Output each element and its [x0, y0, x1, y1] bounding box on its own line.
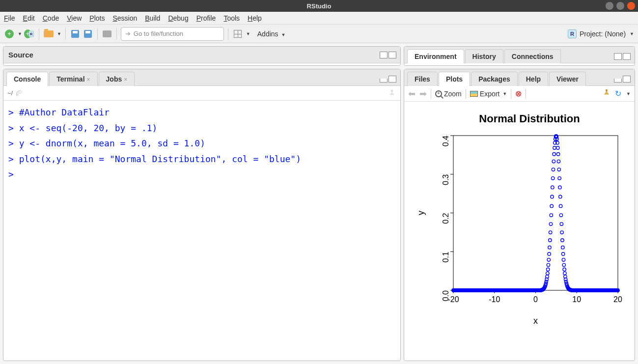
tab-environment[interactable]: Environment	[407, 49, 464, 63]
toolbar-separator	[116, 28, 117, 40]
window-minimize-button[interactable]	[606, 2, 613, 10]
menu-edit[interactable]: Edit	[23, 14, 35, 22]
files-plots-tabs: FilesPlotsPackagesHelpViewer	[404, 69, 635, 86]
source-pane: Source	[3, 46, 401, 66]
menu-plots[interactable]: Plots	[89, 14, 105, 22]
console-line: > y <- dnorm(x, mean = 5.0, sd = 1.0)	[8, 136, 395, 151]
goto-file-function-input[interactable]: ➔ Go to file/function	[121, 27, 224, 41]
plot-export-button[interactable]: Export ▼	[470, 90, 507, 98]
main-toolbar: + ▼ +R ▼ ➔ Go to file/function ▼ Addins …	[0, 25, 638, 43]
new-file-dropdown[interactable]: ▼	[18, 31, 22, 36]
save-button[interactable]	[70, 28, 81, 39]
project-dropdown-icon: ▼	[630, 31, 634, 36]
addins-menu[interactable]: Addins ▼	[257, 30, 286, 38]
y-tick-label: 0.4	[442, 136, 450, 146]
toolbar-separator	[65, 28, 66, 40]
source-pane-title: Source	[8, 51, 33, 59]
tab-files[interactable]: Files	[407, 72, 438, 86]
data-point	[561, 246, 564, 249]
window-maximize-button[interactable]	[616, 2, 624, 10]
open-file-button[interactable]	[43, 28, 54, 39]
menubar: File Edit Code View Plots Session Build …	[0, 12, 638, 25]
source-maximize-icon[interactable]	[388, 52, 396, 58]
new-file-button[interactable]: +	[4, 28, 15, 39]
window-close-button[interactable]	[627, 2, 635, 10]
x-tick-label: 10	[572, 295, 581, 304]
tab-viewer[interactable]: Viewer	[549, 72, 586, 86]
plot-next-button[interactable]: ➡	[419, 88, 427, 99]
plot-refresh-button[interactable]: ↻	[615, 89, 621, 98]
tab-help[interactable]: Help	[519, 72, 548, 86]
menu-build[interactable]: Build	[145, 14, 160, 22]
env-maximize-icon[interactable]	[623, 53, 631, 60]
env-minimize-icon[interactable]	[614, 53, 622, 60]
data-point	[560, 223, 563, 225]
data-point	[560, 231, 563, 234]
new-project-button[interactable]: +R	[24, 28, 35, 39]
data-point	[558, 186, 561, 189]
x-tick-label: -10	[489, 295, 500, 304]
plot-clear-all-icon[interactable]	[602, 88, 611, 99]
data-point	[547, 263, 550, 266]
menu-file[interactable]: File	[4, 14, 15, 22]
menu-profile[interactable]: Profile	[196, 14, 216, 22]
data-point	[546, 272, 549, 275]
toolbar-separator	[97, 28, 98, 40]
tab-console[interactable]: Console	[6, 72, 48, 86]
console-minimize-icon[interactable]	[380, 79, 388, 83]
menu-tools[interactable]: Tools	[223, 14, 240, 22]
console-share-icon[interactable]: ⮳	[16, 89, 22, 97]
plot-remove-button[interactable]: ⊗	[515, 89, 522, 98]
tab-jobs[interactable]: Jobs×	[99, 72, 135, 86]
save-all-button[interactable]	[83, 28, 93, 39]
console-output[interactable]: > #Author DataFlair> x <- seq(-20, 20, b…	[3, 101, 400, 361]
workspace-panes-dropdown[interactable]: ▼	[246, 31, 250, 36]
clear-console-icon[interactable]	[388, 89, 396, 98]
tab-connections[interactable]: Connections	[504, 49, 561, 63]
data-point	[552, 168, 555, 171]
data-point	[563, 272, 566, 275]
x-axis-label: x	[533, 316, 538, 326]
tab-close-icon[interactable]: ×	[124, 76, 127, 83]
tab-terminal[interactable]: Terminal×	[49, 72, 97, 86]
y-tick-label: 0.3	[442, 174, 450, 185]
tab-history[interactable]: History	[465, 49, 503, 63]
menu-session[interactable]: Session	[112, 14, 137, 22]
menu-code[interactable]: Code	[43, 14, 59, 22]
chart-title: Normal Distribution	[479, 112, 580, 125]
data-point	[562, 263, 565, 266]
print-button[interactable]	[102, 28, 112, 39]
plot-prev-button[interactable]: ⬅	[408, 88, 416, 99]
window-titlebar: RStudio	[0, 0, 638, 12]
menu-debug[interactable]: Debug	[168, 14, 188, 22]
data-point	[562, 268, 565, 271]
data-point	[561, 252, 564, 255]
project-selector[interactable]: R Project: (None) ▼	[568, 29, 634, 38]
source-minimize-icon[interactable]	[380, 52, 388, 58]
tab-close-icon[interactable]: ×	[87, 76, 90, 83]
data-point	[559, 214, 562, 217]
plots-minimize-icon[interactable]	[614, 79, 622, 83]
y-tick-label: 0.1	[442, 252, 450, 262]
data-point	[557, 177, 560, 180]
menu-view[interactable]: View	[67, 14, 82, 22]
plot-refresh-dropdown[interactable]: ▼	[626, 91, 631, 96]
toolbar-separator	[466, 89, 466, 99]
workspace-panes-button[interactable]	[232, 28, 243, 39]
console-tabs: ConsoleTerminal×Jobs×	[3, 69, 400, 86]
open-recent-dropdown[interactable]: ▼	[57, 31, 61, 36]
tab-packages[interactable]: Packages	[471, 72, 518, 86]
console-maximize-icon[interactable]	[388, 76, 396, 83]
tab-plots[interactable]: Plots	[439, 72, 470, 86]
plot-zoom-button[interactable]: Zoom	[435, 90, 462, 98]
data-point	[547, 252, 550, 255]
data-point	[546, 268, 549, 271]
console-line: > #Author DataFlair	[8, 105, 395, 120]
menu-help[interactable]: Help	[248, 14, 262, 22]
plots-maximize-icon[interactable]	[623, 76, 631, 83]
data-point	[551, 186, 554, 189]
console-pane: ConsoleTerminal×Jobs× ~/ ⮳ > #Author Dat…	[3, 69, 401, 361]
data-point	[548, 239, 551, 242]
environment-pane: EnvironmentHistoryConnections	[404, 46, 635, 66]
data-point	[550, 214, 553, 217]
